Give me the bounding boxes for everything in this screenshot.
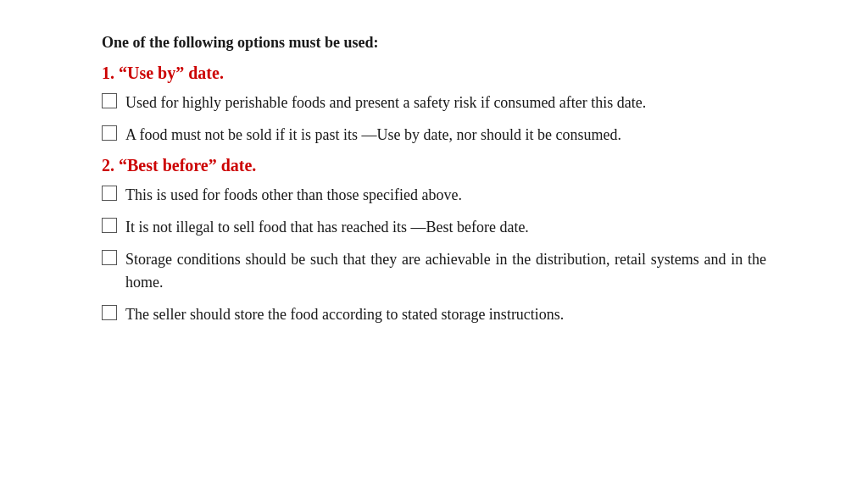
- checkbox-icon-2: [102, 125, 117, 141]
- checkbox-icon-3: [102, 186, 117, 201]
- bullet-best-before-3: Storage conditions should be such that t…: [102, 248, 766, 296]
- checkbox-icon-1: [102, 93, 117, 108]
- bullet-text-best-before-2: It is not illegal to sell food that has …: [125, 216, 766, 240]
- bullet-text-use-by-1: Used for highly perishable foods and pre…: [125, 92, 766, 115]
- checkbox-icon-6: [102, 305, 117, 320]
- bullet-text-best-before-3: Storage conditions should be such that t…: [125, 248, 766, 296]
- bullet-best-before-4: The seller should store the food accordi…: [102, 303, 766, 327]
- bullet-text-use-by-2: A food must not be sold if it is past it…: [125, 124, 766, 147]
- bullet-best-before-1: This is used for foods other than those …: [102, 184, 766, 208]
- checkbox-icon-4: [102, 218, 117, 233]
- checkbox-icon-5: [102, 250, 117, 265]
- bullet-best-before-2: It is not illegal to sell food that has …: [102, 216, 766, 240]
- section-heading-best-before: 2. “Best before” date.: [102, 156, 766, 175]
- section-best-before: 2. “Best before” date. This is used for …: [102, 156, 766, 327]
- section-use-by: 1. “Use by” date. Used for highly perish…: [102, 64, 766, 147]
- bullet-use-by-1: Used for highly perishable foods and pre…: [102, 92, 766, 115]
- bullet-use-by-2: A food must not be sold if it is past it…: [102, 124, 766, 147]
- bullet-text-best-before-1: This is used for foods other than those …: [125, 184, 766, 208]
- main-content: One of the following options must be use…: [0, 0, 868, 369]
- bullet-text-best-before-4: The seller should store the food accordi…: [125, 303, 766, 327]
- section-heading-use-by: 1. “Use by” date.: [102, 64, 766, 83]
- intro-heading: One of the following options must be use…: [102, 34, 766, 52]
